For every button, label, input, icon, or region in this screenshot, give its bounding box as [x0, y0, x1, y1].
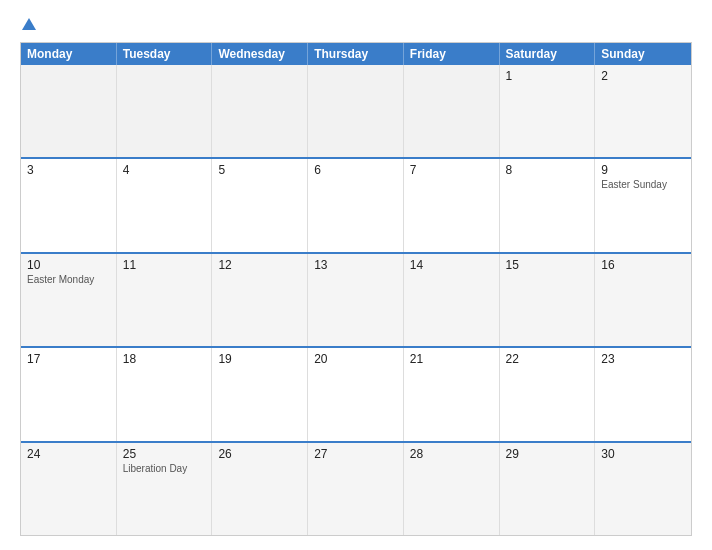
day-number: 16	[601, 258, 685, 272]
weeks-container: 123456789Easter Sunday10Easter Monday111…	[21, 65, 691, 535]
day-cell	[117, 65, 213, 157]
week-row-5: 2425Liberation Day2627282930	[21, 441, 691, 535]
day-cell: 23	[595, 348, 691, 440]
day-cell: 11	[117, 254, 213, 346]
day-cell: 9Easter Sunday	[595, 159, 691, 251]
day-number: 4	[123, 163, 206, 177]
day-cell: 7	[404, 159, 500, 251]
week-row-4: 17181920212223	[21, 346, 691, 440]
day-cell: 21	[404, 348, 500, 440]
day-number: 3	[27, 163, 110, 177]
day-number: 25	[123, 447, 206, 461]
day-cell: 27	[308, 443, 404, 535]
day-cell	[21, 65, 117, 157]
week-row-2: 3456789Easter Sunday	[21, 157, 691, 251]
day-number: 23	[601, 352, 685, 366]
day-number: 9	[601, 163, 685, 177]
day-cell: 29	[500, 443, 596, 535]
day-cell: 1	[500, 65, 596, 157]
day-cell: 26	[212, 443, 308, 535]
header	[20, 18, 692, 32]
day-cell: 30	[595, 443, 691, 535]
day-cell: 10Easter Monday	[21, 254, 117, 346]
day-number: 20	[314, 352, 397, 366]
day-number: 14	[410, 258, 493, 272]
day-event: Liberation Day	[123, 463, 206, 474]
day-cell: 8	[500, 159, 596, 251]
day-number: 8	[506, 163, 589, 177]
day-event: Easter Sunday	[601, 179, 685, 190]
day-cell: 13	[308, 254, 404, 346]
day-header-sunday: Sunday	[595, 43, 691, 65]
day-cell: 6	[308, 159, 404, 251]
day-header-friday: Friday	[404, 43, 500, 65]
day-number: 26	[218, 447, 301, 461]
day-cell: 17	[21, 348, 117, 440]
day-number: 22	[506, 352, 589, 366]
day-cell: 22	[500, 348, 596, 440]
day-number: 18	[123, 352, 206, 366]
week-row-3: 10Easter Monday111213141516	[21, 252, 691, 346]
day-number: 11	[123, 258, 206, 272]
day-number: 7	[410, 163, 493, 177]
day-cell: 28	[404, 443, 500, 535]
calendar-grid: MondayTuesdayWednesdayThursdayFridaySatu…	[20, 42, 692, 536]
day-number: 13	[314, 258, 397, 272]
day-number: 10	[27, 258, 110, 272]
day-number: 28	[410, 447, 493, 461]
day-cell: 16	[595, 254, 691, 346]
day-number: 17	[27, 352, 110, 366]
day-cell	[404, 65, 500, 157]
logo-triangle-icon	[22, 18, 36, 30]
day-header-tuesday: Tuesday	[117, 43, 213, 65]
week-row-1: 12	[21, 65, 691, 157]
day-number: 21	[410, 352, 493, 366]
day-cell: 25Liberation Day	[117, 443, 213, 535]
day-cell	[308, 65, 404, 157]
day-cell: 12	[212, 254, 308, 346]
day-cell	[212, 65, 308, 157]
day-header-monday: Monday	[21, 43, 117, 65]
day-number: 24	[27, 447, 110, 461]
day-number: 5	[218, 163, 301, 177]
day-cell: 20	[308, 348, 404, 440]
day-cell: 19	[212, 348, 308, 440]
day-header-wednesday: Wednesday	[212, 43, 308, 65]
day-number: 6	[314, 163, 397, 177]
day-header-thursday: Thursday	[308, 43, 404, 65]
day-event: Easter Monday	[27, 274, 110, 285]
day-cell: 14	[404, 254, 500, 346]
day-cell: 15	[500, 254, 596, 346]
calendar-page: MondayTuesdayWednesdayThursdayFridaySatu…	[0, 0, 712, 550]
day-cell: 24	[21, 443, 117, 535]
day-number: 29	[506, 447, 589, 461]
day-number: 12	[218, 258, 301, 272]
day-headers-row: MondayTuesdayWednesdayThursdayFridaySatu…	[21, 43, 691, 65]
day-cell: 3	[21, 159, 117, 251]
day-number: 1	[506, 69, 589, 83]
day-cell: 4	[117, 159, 213, 251]
day-cell: 18	[117, 348, 213, 440]
day-number: 15	[506, 258, 589, 272]
day-number: 19	[218, 352, 301, 366]
day-number: 27	[314, 447, 397, 461]
day-number: 30	[601, 447, 685, 461]
logo	[20, 18, 36, 32]
day-cell: 5	[212, 159, 308, 251]
day-header-saturday: Saturday	[500, 43, 596, 65]
day-cell: 2	[595, 65, 691, 157]
day-number: 2	[601, 69, 685, 83]
